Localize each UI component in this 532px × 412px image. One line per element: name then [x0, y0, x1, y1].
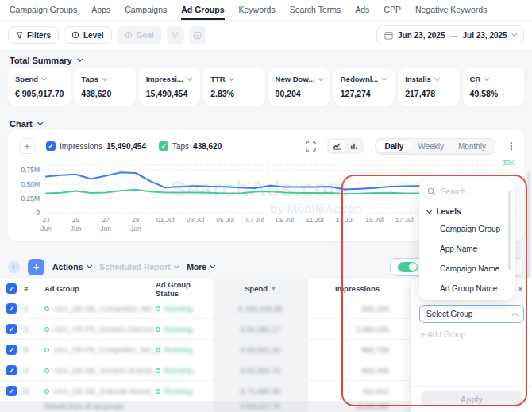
row-checkbox[interactable]: ✓: [6, 303, 17, 314]
date-end: Jul 23, 2025: [462, 31, 507, 40]
add-button[interactable]: +: [28, 259, 44, 275]
date-dash: —: [449, 31, 457, 40]
row-number: 4: [24, 366, 28, 375]
row-impressions-cell: 982,728: [308, 345, 407, 354]
nav-tab-campaign-groups[interactable]: Campaign Groups: [10, 0, 77, 20]
metric-label: New Dow...: [276, 75, 323, 83]
dropdown-section-levels[interactable]: Levels: [419, 201, 515, 219]
metric-label-text: Spend: [15, 75, 38, 83]
row-checkbox[interactable]: ✓: [6, 365, 17, 375]
dropdown-item-app-name[interactable]: App Name: [419, 239, 515, 259]
nav-tab-keywords[interactable]: Keywords: [239, 0, 276, 20]
chevron-up-icon: [512, 312, 519, 318]
legend-checkbox[interactable]: ✓: [159, 141, 168, 151]
select-group-dropdown[interactable]: Select Group: [419, 305, 524, 323]
metric-value: 2.83%: [210, 89, 257, 98]
summary-cards-row: Spend€ 905,917.70Taps438,620Impressi...1…: [8, 68, 524, 106]
row-checkbox-cell: ✓: [0, 386, 24, 396]
nav-tab-cpp[interactable]: CPP: [384, 0, 401, 20]
checkbox-icon: [193, 31, 202, 40]
summary-spend-cell: € 905,917.70: [213, 401, 308, 412]
chevron-down-icon[interactable]: [434, 75, 441, 82]
status-dot-icon: [44, 368, 49, 373]
legend-label: Taps: [172, 142, 189, 151]
dropdown-search[interactable]: Search...: [419, 179, 515, 201]
period-daily[interactable]: Daily: [377, 141, 411, 152]
metric-card: Impressi...15,490,454: [139, 68, 200, 106]
col-header-num[interactable]: #: [24, 284, 44, 293]
chart-header[interactable]: Chart: [10, 119, 42, 129]
line-chart-icon: [333, 142, 341, 150]
panel-divider: [411, 386, 532, 387]
select-all-checkbox[interactable]: ✓: [6, 283, 17, 294]
line-chart-button[interactable]: [329, 140, 345, 152]
legend-item-impressions: ✓Impressions15,490,454: [46, 141, 146, 151]
fullscreen-button[interactable]: [306, 141, 316, 152]
row-spend-cell: € 52,901.72: [213, 360, 308, 380]
row-num-cell: 2: [24, 325, 44, 333]
metric-label-text: Installs: [405, 75, 431, 83]
level-label: Level: [83, 31, 104, 40]
actions-menu[interactable]: Actions: [52, 262, 91, 271]
date-start: Jun 23, 2025: [398, 31, 445, 40]
row-checkbox[interactable]: ✓: [6, 324, 17, 334]
add-metric-button[interactable]: +: [19, 138, 35, 154]
level-icon: [71, 31, 79, 39]
ad-group-name: ASA_DE-DE_Extende-Brand_...: [53, 387, 161, 395]
row-checkbox-cell: ✓: [0, 324, 24, 334]
status-badge: Running: [164, 325, 192, 333]
col-header-ad-group[interactable]: Ad Group: [44, 284, 156, 293]
filters-button[interactable]: Filters: [8, 26, 59, 44]
metric-card: Spend€ 905,917.70: [8, 68, 71, 106]
row-impressions-cell: 411,512: [308, 387, 407, 395]
chevron-down-icon[interactable]: [318, 75, 322, 82]
goal-icon: [125, 31, 133, 39]
apply-button[interactable]: Apply: [421, 391, 522, 407]
calendar-icon: [384, 31, 393, 40]
dropdown-item-campaign-group[interactable]: Campaign Group: [419, 219, 515, 239]
dropdown-item-ad-group-name[interactable]: Ad Group Name: [419, 279, 515, 298]
impressions-value: 931,204: [362, 304, 389, 313]
chevron-down-icon[interactable]: [41, 75, 48, 82]
status-badge: Running: [164, 304, 192, 313]
close-icon[interactable]: ✕: [517, 284, 524, 295]
dropdown-item-campaign-name[interactable]: Campaign Name: [419, 259, 515, 279]
col-header-status[interactable]: Ad Group Status: [156, 280, 213, 298]
nav-tab-negative-keywords[interactable]: Negative Keywords: [415, 0, 487, 20]
kebab-menu-button[interactable]: ⋮: [507, 141, 516, 152]
page-scrollbar[interactable]: [527, 171, 530, 289]
period-weekly[interactable]: Weekly: [411, 141, 451, 152]
chevron-down-icon[interactable]: [102, 75, 108, 82]
chevron-down-icon[interactable]: [229, 75, 235, 82]
nav-tab-ad-groups[interactable]: Ad Groups: [181, 0, 224, 20]
col-header-impressions[interactable]: Impressions: [308, 284, 407, 293]
chevron-down-icon[interactable]: [381, 75, 387, 82]
row-checkbox[interactable]: ✓: [6, 386, 17, 396]
row-checkbox[interactable]: ✓: [6, 345, 17, 355]
x-tick-label: 13 Jul: [329, 216, 360, 225]
period-monthly[interactable]: Monthly: [451, 141, 493, 152]
group-by-toggle[interactable]: [398, 262, 418, 272]
dropdown-section-targeting[interactable]: Targeting: [419, 298, 515, 300]
summary-label: Results from 45 ad groups: [44, 402, 124, 410]
date-range-picker[interactable]: Jun 23, 2025 — Jul 23, 2025: [376, 25, 524, 44]
spend-value: € 94,282.17: [241, 325, 280, 333]
dropdown-scrollbar[interactable]: [508, 191, 511, 270]
nav-tab-campaigns[interactable]: Campaigns: [125, 0, 167, 20]
impressions-value: 2,494,130: [356, 325, 389, 333]
total-summary-header[interactable]: Total Summary: [10, 56, 82, 65]
level-button[interactable]: Level: [64, 26, 112, 44]
info-button[interactable]: i: [8, 261, 20, 273]
nav-tab-ads[interactable]: Ads: [355, 0, 369, 20]
legend-checkbox[interactable]: ✓: [46, 141, 56, 151]
nav-tab-apps[interactable]: Apps: [91, 0, 110, 20]
chevron-down-icon: [426, 208, 433, 214]
more-menu[interactable]: More: [187, 262, 214, 271]
bar-chart-button[interactable]: [346, 140, 362, 152]
col-header-spend[interactable]: Spend ▼: [213, 279, 308, 298]
row-checkbox-cell: ✓: [0, 303, 24, 314]
chevron-down-icon[interactable]: [187, 75, 193, 82]
status-dot-icon: [44, 348, 49, 352]
chevron-down-icon[interactable]: [484, 75, 490, 82]
nav-tab-search-terms[interactable]: Search Terms: [290, 0, 341, 20]
